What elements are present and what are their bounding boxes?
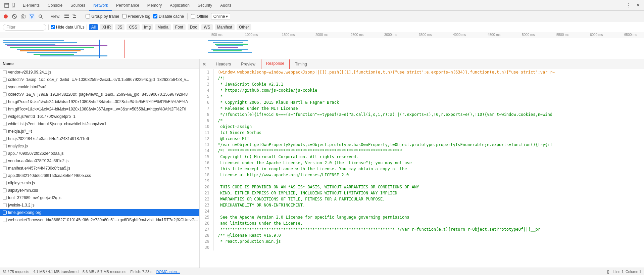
filter-type-font[interactable]: Font bbox=[173, 24, 186, 30]
preserve-log-checkbox[interactable]: Preserve log bbox=[122, 14, 150, 19]
filter-type-img[interactable]: Img bbox=[142, 24, 153, 30]
detail-tab-preview[interactable]: Preview bbox=[236, 59, 260, 69]
code-line-12: 12 @License MIT bbox=[200, 136, 644, 142]
camera-button[interactable] bbox=[20, 13, 26, 19]
line-content-1: (window.webpackJsonp=window.webpackJsonp… bbox=[214, 69, 555, 75]
svg-rect-0 bbox=[5, 3, 9, 7]
disable-cache-checkbox[interactable]: Disable cache bbox=[153, 14, 184, 19]
file-item-20[interactable]: websocket?browser_id=3668271010145e3f6e2… bbox=[0, 216, 199, 224]
tab-application[interactable]: Application bbox=[166, 0, 194, 11]
tab-memory[interactable]: Memory bbox=[143, 0, 166, 11]
filter-type-manifest[interactable]: Manifest bbox=[215, 24, 235, 30]
filter-type-media[interactable]: Media bbox=[155, 24, 171, 30]
file-item-19[interactable]: time.geekbang.org bbox=[0, 209, 199, 216]
filter-type-css[interactable]: CSS bbox=[127, 24, 140, 30]
tick-6500ms: 6500 ms bbox=[624, 33, 637, 37]
dom-content-link[interactable]: DOMConten... bbox=[156, 270, 180, 274]
line-content-22: WARRANTIES OR CONDITIONS OF TITLE, FITNE… bbox=[214, 196, 385, 202]
clear-button[interactable] bbox=[11, 13, 17, 19]
hide-data-urls-label: Hide data URLs bbox=[56, 25, 85, 30]
settings-button[interactable]: ✕ bbox=[634, 3, 643, 8]
file-item-11[interactable]: app.770905072fb262e4b0aa.js bbox=[0, 150, 199, 157]
svg-rect-14 bbox=[72, 14, 75, 14]
svg-rect-12 bbox=[64, 15, 69, 16]
hide-data-urls-input[interactable] bbox=[51, 25, 55, 29]
line-content-20: THIS CODE IS PROVIDED ON AN *AS IS* BASI… bbox=[214, 184, 419, 190]
file-item-9[interactable]: hm.js?022f847c4e3acd44d4a2481d9187f1e6 bbox=[0, 135, 199, 142]
file-item-14[interactable]: app.39632140dd6cf68f1a0cea8e6e4f460e.css bbox=[0, 172, 199, 179]
more-button[interactable]: ⋮ bbox=[623, 2, 634, 8]
tab-sources[interactable]: Sources bbox=[66, 0, 89, 11]
device-toggle-icon[interactable] bbox=[11, 3, 16, 8]
filter-input[interactable] bbox=[3, 24, 46, 31]
file-item-1[interactable]: collect?v=1&aip=1&t=dc&_r=3&tid=UA-10308… bbox=[0, 76, 199, 83]
filter-button[interactable] bbox=[29, 13, 35, 19]
file-item-18[interactable]: jweixin-1.3.2.js bbox=[0, 201, 199, 209]
detail-tab-timing[interactable]: Timing bbox=[290, 59, 312, 69]
file-item-0[interactable]: vendor-v2019.09.24.1.js bbox=[0, 68, 199, 76]
offline-checkbox[interactable]: Offline bbox=[191, 14, 208, 19]
inspect-icon[interactable] bbox=[4, 3, 9, 8]
detail-tab-headers[interactable]: Headers bbox=[211, 59, 236, 69]
tab-performance[interactable]: Performance bbox=[112, 0, 143, 11]
file-item-17[interactable]: font_372689_nw1guejwd2q.js bbox=[0, 194, 199, 201]
file-item-7[interactable]: whiteList.js?ent_id=null&jsonp_cb=whiteL… bbox=[0, 120, 199, 128]
line-content-30 bbox=[214, 244, 218, 250]
file-item-10[interactable]: analytics.js bbox=[0, 142, 199, 150]
filter-type-all[interactable]: All bbox=[89, 24, 98, 30]
record-button[interactable] bbox=[3, 13, 9, 19]
tick-6000ms: 6000 ms bbox=[590, 33, 603, 37]
tab-console[interactable]: Console bbox=[44, 0, 66, 11]
filter-type-other[interactable]: Other bbox=[237, 24, 251, 30]
tab-security[interactable]: Security bbox=[194, 0, 216, 11]
search-button[interactable] bbox=[38, 13, 44, 19]
tick-5500ms: 5500 ms bbox=[556, 33, 569, 37]
file-name-1: collect?v=1&aip=1&t=dc&_r=3&tid=UA-10308… bbox=[8, 77, 189, 82]
filter-separator-2 bbox=[87, 25, 87, 30]
waterfall-view-btn[interactable] bbox=[71, 13, 79, 19]
file-item-5[interactable]: hm.gif?cc=1&ck=1&cl=24-bit&ds=1920x1080&… bbox=[0, 105, 199, 113]
code-line-24: 24 bbox=[200, 208, 644, 214]
line-number-14: 14 bbox=[200, 148, 214, 154]
file-item-13[interactable]: manifest.e4457c44f4730c8fcaa5.js bbox=[0, 165, 199, 172]
filter-type-xhr[interactable]: XHR bbox=[100, 24, 113, 30]
file-checkbox-13 bbox=[3, 166, 7, 170]
code-line-27: 27 *************************************… bbox=[200, 226, 644, 232]
svg-rect-11 bbox=[64, 14, 69, 14]
filter-type-doc[interactable]: Doc bbox=[188, 24, 199, 30]
preserve-log-input[interactable] bbox=[122, 14, 127, 18]
offline-input[interactable] bbox=[191, 14, 195, 18]
list-view-btn[interactable] bbox=[63, 13, 70, 19]
file-item-6[interactable]: widget.js?entId=161770&widgetpro=1 bbox=[0, 113, 199, 120]
group-by-frame-checkbox[interactable]: Group by frame bbox=[86, 14, 119, 19]
line-number-30: 30 bbox=[200, 244, 214, 250]
tick-2000ms: 2000 ms bbox=[315, 33, 328, 37]
file-item-8[interactable]: meiqia.js?_=t bbox=[0, 128, 199, 135]
response-content[interactable]: 1(window.webpackJsonp=window.webpackJson… bbox=[200, 69, 644, 268]
group-by-frame-input[interactable] bbox=[86, 14, 90, 18]
filter-bar: Hide data URLs All XHR JS CSS Img Media … bbox=[0, 22, 644, 32]
tab-network[interactable]: Network bbox=[89, 0, 112, 11]
filter-type-ws[interactable]: WS bbox=[201, 24, 212, 30]
file-item-16[interactable]: aliplayer-min.css bbox=[0, 187, 199, 194]
line-number-28: 28 bbox=[200, 232, 214, 238]
tab-elements[interactable]: Elements bbox=[19, 0, 44, 11]
code-line-4: 4 * https://github.com/js-cookie/js-cook… bbox=[200, 87, 644, 93]
hide-data-urls-checkbox[interactable]: Hide data URLs bbox=[51, 25, 85, 30]
line-number-22: 22 bbox=[200, 196, 214, 202]
file-item-2[interactable]: sync-cookie.html?v=1 bbox=[0, 83, 199, 91]
file-item-4[interactable]: hm.gif?cc=1&ck=1&cl=24-bit&ds=1920x1080&… bbox=[0, 98, 199, 105]
file-item-15[interactable]: aliplayer-min.js bbox=[0, 179, 199, 187]
close-panel-button[interactable]: ✕ bbox=[201, 61, 208, 67]
line-content-13: */var u=Object.getOwnPropertySymbols,c=O… bbox=[214, 142, 552, 148]
svg-point-3 bbox=[13, 6, 14, 7]
tab-audits[interactable]: Audits bbox=[216, 0, 235, 11]
detail-tab-response[interactable]: Response bbox=[261, 59, 290, 69]
file-item-12[interactable]: vendor.aa0daa078f9134c361c2.js bbox=[0, 157, 199, 165]
file-list-panel: Name vendor-v2019.09.24.1.js collect?v=1… bbox=[0, 59, 200, 268]
file-item-3[interactable]: collect?v=1&_v=j79&a=1919438220&t=pagevi… bbox=[0, 91, 199, 98]
disable-cache-input[interactable] bbox=[153, 14, 157, 18]
filter-type-js[interactable]: JS bbox=[115, 24, 125, 30]
file-name-0: vendor-v2019.09.24.1.js bbox=[8, 70, 51, 75]
online-dropdown[interactable]: Online ▾ bbox=[211, 13, 231, 20]
